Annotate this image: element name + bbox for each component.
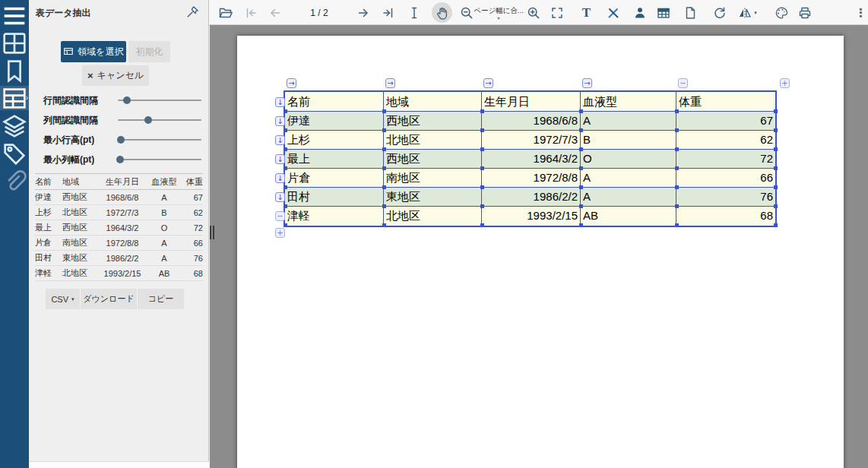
selection-handle[interactable] [675, 185, 679, 189]
last-page-button[interactable] [379, 3, 398, 22]
add-button[interactable]: + [275, 228, 285, 238]
slider-3[interactable] [118, 155, 201, 164]
select-area-button[interactable]: 領域を選択 [61, 41, 126, 62]
reset-button[interactable]: 初期化 [128, 41, 170, 62]
selection-handle[interactable] [774, 109, 778, 113]
stamp-button[interactable] [630, 3, 649, 22]
sidebar-item-tags[interactable] [0, 141, 29, 166]
column-arrow-button[interactable]: → [385, 78, 395, 88]
select-text-tool[interactable] [404, 3, 423, 22]
copy-button[interactable]: コピー [138, 289, 184, 309]
selection-handle[interactable] [382, 128, 386, 132]
selection-handle[interactable] [579, 204, 583, 208]
selection-handle[interactable] [675, 223, 679, 227]
selection-handle[interactable] [382, 185, 386, 189]
selection-handle[interactable] [774, 128, 778, 132]
sidebar-resize-handle[interactable] [210, 226, 215, 239]
cancel-button[interactable]: × キャンセル [82, 65, 149, 86]
table-tool-button[interactable] [654, 3, 673, 22]
selection-handle[interactable] [480, 204, 484, 208]
rotate-button[interactable] [709, 3, 728, 22]
sidebar-item-bookmarks[interactable] [0, 58, 29, 83]
selection-handle[interactable] [480, 223, 484, 227]
selection-handle[interactable] [480, 147, 484, 151]
selection-handle[interactable] [284, 204, 287, 208]
selection-handle[interactable] [579, 166, 583, 170]
hand-tool-active[interactable] [432, 2, 452, 23]
format-select[interactable]: CSV ▾ [46, 289, 81, 309]
first-page-button[interactable] [241, 3, 260, 22]
next-page-button[interactable] [353, 3, 372, 22]
selection-handle[interactable] [480, 109, 484, 113]
remove-button[interactable]: − [678, 78, 688, 88]
row-arrow-button[interactable]: ↓ [275, 154, 285, 164]
selection-handle[interactable] [382, 147, 386, 151]
column-arrow-button[interactable]: → [483, 78, 493, 88]
column-arrow-button[interactable]: → [287, 78, 296, 88]
slider-thumb[interactable] [116, 156, 124, 163]
zoom-in-button[interactable] [524, 3, 543, 22]
slider-1[interactable] [118, 115, 201, 125]
flip-button[interactable]: ▾ [733, 3, 761, 22]
selection-handle[interactable] [284, 166, 287, 170]
download-button[interactable]: ダウンロード [81, 289, 138, 309]
selection-handle[interactable] [480, 128, 484, 132]
document-viewport[interactable]: 名前地域生年月日血液型体重伊達西地区1968/6/8A67上杉北地区1972/7… [210, 25, 868, 468]
zoom-select[interactable]: ページ幅に合... ▾ [472, 2, 525, 24]
slider-thumb[interactable] [144, 116, 152, 124]
fit-screen-button[interactable] [547, 3, 566, 22]
page-indicator[interactable]: 1 / 2 [299, 0, 340, 25]
open-file-button[interactable] [216, 3, 235, 22]
selection-handle[interactable] [774, 166, 778, 170]
selection-handle[interactable] [579, 109, 583, 113]
selection-handle[interactable] [675, 128, 679, 132]
sidebar-item-table-extract[interactable]: › [0, 86, 29, 110]
selection-handle[interactable] [774, 185, 778, 189]
column-arrow-button[interactable]: → [582, 78, 592, 88]
selection-handle[interactable] [284, 128, 287, 132]
annotate-button[interactable] [603, 3, 622, 22]
selection-handle[interactable] [284, 147, 287, 151]
selection-handle[interactable] [675, 166, 679, 170]
selection-handle[interactable] [774, 204, 778, 208]
selection-handle[interactable] [579, 128, 583, 132]
sidebar-item-layers[interactable] [0, 114, 29, 138]
sidebar-item-thumbnails[interactable] [0, 31, 29, 55]
sidebar-horizontal-scrollbar[interactable] [29, 461, 209, 468]
selection-handle[interactable] [382, 223, 386, 227]
selection-handle[interactable] [675, 147, 679, 151]
snapshot-button[interactable] [680, 3, 699, 22]
row-arrow-button[interactable]: ↓ [275, 135, 285, 145]
row-arrow-button[interactable]: ↓ [275, 173, 285, 183]
selection-handle[interactable] [675, 109, 679, 113]
slider-thumb[interactable] [117, 136, 125, 144]
selection-handle[interactable] [382, 204, 386, 208]
text-tool-button[interactable]: T [577, 3, 596, 22]
remove-button[interactable]: − [275, 211, 285, 221]
selection-handle[interactable] [382, 109, 386, 113]
selection-handle[interactable] [774, 223, 778, 227]
selection-handle[interactable] [284, 109, 287, 113]
sidebar-item-attachments[interactable] [0, 169, 29, 193]
slider-2[interactable] [118, 135, 201, 144]
row-arrow-button[interactable]: ↓ [275, 97, 285, 107]
palette-button[interactable] [771, 3, 790, 22]
selection-handle[interactable] [480, 185, 484, 189]
selection-handle[interactable] [579, 185, 583, 189]
selection-handle[interactable] [284, 185, 287, 189]
selection-handle[interactable] [284, 223, 287, 227]
row-arrow-button[interactable]: ↓ [275, 192, 285, 202]
selection-handle[interactable] [382, 166, 386, 170]
slider-0[interactable] [118, 96, 201, 105]
pin-panel-button[interactable] [185, 5, 200, 20]
prev-page-button[interactable] [265, 3, 284, 22]
more-menu-button[interactable]: ⋮ [851, 3, 868, 22]
selection-handle[interactable] [774, 147, 778, 151]
menu-button[interactable] [0, 4, 29, 28]
selection-handle[interactable] [579, 147, 583, 151]
add-button[interactable]: + [780, 78, 790, 88]
selection-handle[interactable] [579, 223, 583, 227]
slider-thumb[interactable] [123, 96, 131, 104]
selection-handle[interactable] [675, 204, 679, 208]
row-arrow-button[interactable]: ↓ [275, 116, 285, 126]
